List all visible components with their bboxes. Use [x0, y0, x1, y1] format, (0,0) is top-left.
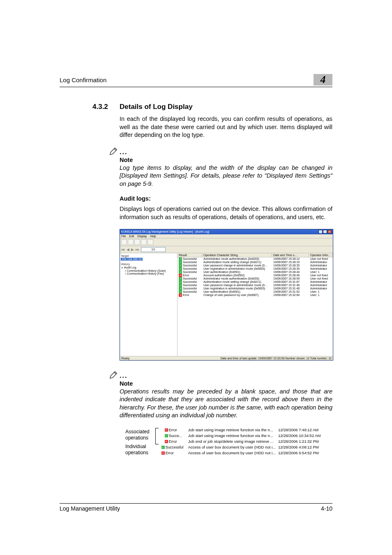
menu-file[interactable]: File	[121, 235, 126, 238]
operator-text: Administrator	[309, 267, 333, 271]
error-icon: ✕	[179, 274, 182, 277]
table-row[interactable]: ✓SuccessfulUser registration in administ…	[178, 287, 333, 290]
toolbar-icon[interactable]	[128, 239, 134, 245]
result-text: Error	[169, 439, 177, 444]
note1-label: Note	[120, 157, 332, 163]
table-row[interactable]: ✓SuccessfulUser registration in administ…	[178, 267, 333, 271]
table-row[interactable]: ✓SuccessfulUser authentication (0x8501)1…	[178, 290, 333, 294]
list-item: Access of user box document by user (HDD…	[188, 444, 331, 450]
op-text: User authentication (0x8501)	[202, 271, 272, 274]
page: Log Confirmation 4 4.3.2 Details of Log …	[0, 0, 392, 555]
result-text: Successful	[183, 277, 197, 280]
toolbar-icon[interactable]	[141, 239, 147, 245]
footer-left: Log Management Utility	[60, 505, 120, 512]
op-text: User authentication (0x8501)	[202, 290, 272, 294]
error-icon: ✕	[179, 294, 182, 297]
history-label: History	[121, 262, 176, 266]
result-text: Successful	[183, 290, 197, 293]
list-item: ✕Error	[161, 450, 186, 456]
operator-text: User not fixed	[309, 274, 333, 277]
window-titlebar: KONICA MINOLTA Log Management Utility [L…	[120, 229, 333, 234]
list-item: Job start using image retrieve function …	[188, 427, 331, 433]
tree-comm-scan[interactable]: •Communication History (Scan)	[121, 269, 176, 272]
label-individual-ops: Individual operations	[125, 444, 153, 456]
result-text: Successful	[183, 280, 197, 283]
note1-body: Log type items to display, and the width…	[120, 164, 332, 188]
menu-help[interactable]: Help	[150, 235, 156, 238]
nav-bar: ⏮ ◀ ▶ ⏭ 1/1	[120, 246, 333, 253]
chapter-badge: 4	[314, 74, 332, 86]
col-datetime[interactable]: Date and Time o...	[272, 253, 309, 257]
minimize-button[interactable]: _	[318, 230, 323, 234]
table-row[interactable]: ✕ErrorAccount authentication (0x8502)19/…	[178, 274, 333, 277]
success-icon: ✓	[179, 277, 182, 280]
note2-body: Operations results may be preceded by a …	[120, 388, 332, 420]
tree-comm-fax[interactable]: •Communication History (Fax)	[121, 272, 176, 275]
grid-pane: Result Operation Character String Date a…	[178, 253, 333, 356]
window-title: KONICA MINOLTA Log Management Utility [L…	[121, 230, 209, 233]
operator-text: Administrator	[309, 280, 333, 284]
col-operator[interactable]: Operator Infor...	[309, 253, 333, 257]
nav-next-icon[interactable]: ▶	[131, 247, 134, 252]
toolbar-icon[interactable]	[134, 239, 140, 245]
op-text: Job start using image retrieve function …	[188, 433, 278, 438]
error-icon: ✕	[165, 440, 168, 443]
list-item: ✓Successful	[161, 444, 186, 450]
menu-display[interactable]: Display	[137, 235, 147, 238]
nav-first-icon[interactable]: ⏮	[121, 247, 125, 252]
header-title: Log Confirmation	[60, 76, 106, 83]
tree-audit-log[interactable]: ▸Audit Log	[121, 266, 176, 269]
maximize-button[interactable]: □	[323, 230, 327, 234]
table-row[interactable]: ✓SuccessfulAdministrator mode authentica…	[178, 277, 333, 280]
associated-operations-figure: Associated operations Individual operati…	[125, 427, 331, 456]
page-indicator[interactable]: 1/1	[141, 247, 166, 252]
col-result[interactable]: Result	[178, 253, 202, 257]
op-text: User password change in administrator mo…	[202, 264, 272, 267]
list-item: Job start using image retrieve function …	[188, 433, 331, 439]
success-icon: ✓	[179, 287, 182, 290]
chapter-number: 4	[321, 74, 326, 86]
menu-edit[interactable]: Edit	[129, 235, 134, 238]
op-text: User registration in administrator mode …	[202, 267, 272, 271]
table-row[interactable]: ✓SuccessfulAdministrator mode authentica…	[178, 257, 333, 261]
op-text: Administrator mode authentication (0x820…	[202, 257, 272, 261]
operator-text: Administrator	[309, 287, 333, 290]
success-icon: ✓	[165, 434, 168, 437]
table-row[interactable]: ✓SuccessfulUser password change in admin…	[178, 264, 333, 267]
nav-last-icon[interactable]: ⏭	[136, 247, 139, 252]
op-text: Access of user box document by user (HDD…	[188, 445, 278, 449]
table-row[interactable]: ✓SuccessfulUser authentication (0x8501)1…	[178, 271, 333, 274]
result-text: Successful	[183, 261, 197, 264]
col-operation[interactable]: Operation Character String	[202, 253, 272, 257]
pencil-icon	[109, 370, 118, 379]
success-icon: ✓	[161, 446, 165, 449]
table-row[interactable]: ✓SuccessfulUser password change in admin…	[178, 284, 333, 287]
datetime-text: 19/09/2007 15:28:46	[272, 274, 309, 277]
toolbar-icon[interactable]	[148, 239, 153, 245]
pencil-icon	[109, 147, 118, 156]
nav-prev-icon[interactable]: ◀	[127, 247, 129, 252]
success-icon: ✓	[179, 271, 182, 274]
assoc-desc-col: Job start using image retrieve function …	[188, 427, 331, 456]
success-icon: ✓	[179, 280, 182, 284]
app-window: KONICA MINOLTA Log Management Utility [L…	[120, 229, 333, 361]
result-text: Successful	[183, 264, 197, 267]
result-text: Successful	[166, 445, 184, 449]
datetime-text: 19/09/2007 15:28:19	[272, 261, 309, 264]
table-row[interactable]: ✕ErrorChange of user password by user (0…	[178, 294, 333, 297]
datetime-text: 19/09/2007 15:31:52	[272, 290, 309, 294]
section-heading: 4.3.2 Details of Log Display	[92, 103, 332, 111]
table-row[interactable]: ✓SuccessfulAuthentication mode setting c…	[178, 280, 333, 284]
bracket-icon	[155, 428, 159, 444]
error-icon: ✕	[165, 428, 168, 432]
table-row[interactable]: ✓SuccessfulAuthentication mode setting c…	[178, 261, 333, 264]
toolbar-icon[interactable]	[121, 239, 127, 245]
datetime-text: 19/09/2007 15:31:40	[272, 284, 309, 287]
datetime-text: 19/09/2007 15:28:12	[272, 257, 309, 261]
operator-text: User not fixed	[309, 277, 333, 280]
close-button[interactable]: ×	[327, 230, 332, 234]
datetime-text: 12/28/2006 7:48:12 AM	[278, 428, 331, 432]
target-selected[interactable]: 192.168.200.10	[121, 258, 143, 261]
label-associated-ops: Associated operations	[125, 429, 153, 441]
left-pane: Target 192.168.200.10 History ▸Audit Log…	[120, 253, 178, 356]
